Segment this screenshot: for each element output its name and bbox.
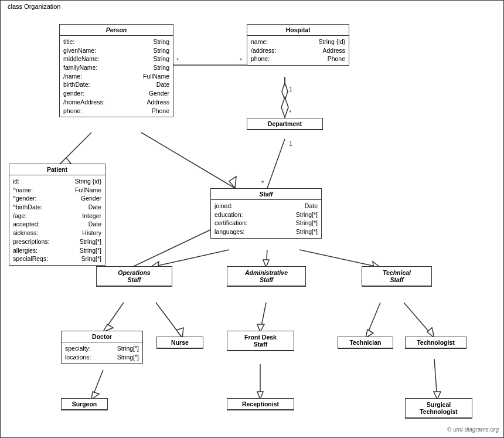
svg-text:*: *: [261, 179, 264, 186]
class-person: Person title:String givenName:String mid…: [59, 24, 173, 117]
class-person-attrs: title:String givenName:String middleName…: [60, 36, 173, 117]
class-surgical-technologist-name: SurgicalTechnologist: [406, 399, 472, 418]
class-surgeon-name: Surgeon: [62, 399, 107, 410]
class-doctor-name: Doctor: [62, 331, 142, 342]
svg-text:1: 1: [289, 140, 292, 147]
svg-text:*: *: [240, 57, 243, 64]
class-hospital: Hospital name:String {id} /address:Addre…: [247, 24, 349, 66]
class-receptionist: Receptionist: [227, 398, 294, 410]
class-operations-staff-name: OperationsStaff: [97, 267, 172, 286]
diagram-title: class Organization: [5, 3, 63, 10]
class-technologist: Technologist: [405, 337, 466, 349]
class-technical-staff-name: TechnicalStaff: [362, 267, 431, 286]
watermark: © uml-diagrams.org: [447, 426, 499, 433]
class-receptionist-name: Receptionist: [227, 399, 294, 410]
class-operations-staff: OperationsStaff: [96, 266, 172, 287]
svg-line-37: [434, 359, 437, 399]
svg-text:*: *: [289, 109, 292, 116]
svg-line-21: [299, 250, 380, 267]
class-administrative-staff-name: AdministrativeStaff: [227, 267, 305, 286]
class-front-desk-staff-name: Front DeskStaff: [227, 331, 294, 351]
class-technician-name: Technician: [338, 337, 393, 348]
class-doctor: Doctor specialty:String[*] locations:Str…: [61, 331, 143, 364]
svg-text:1: 1: [289, 86, 292, 93]
class-patient-name: Patient: [9, 164, 105, 175]
class-person-name: Person: [60, 25, 173, 36]
class-staff-name: Staff: [211, 189, 321, 200]
svg-line-29: [366, 303, 380, 338]
svg-marker-39: [281, 97, 288, 117]
class-department: Department: [247, 118, 323, 130]
class-department-name: Department: [247, 118, 322, 130]
class-technologist-name: Technologist: [406, 337, 466, 348]
class-hospital-name: Hospital: [247, 25, 349, 36]
svg-line-8: [267, 139, 285, 188]
svg-line-25: [156, 303, 182, 338]
class-front-desk-staff: Front DeskStaff: [227, 331, 294, 351]
svg-marker-4: [282, 83, 288, 100]
class-staff-attrs: joined:Date education:String[*] certific…: [211, 200, 321, 238]
svg-line-31: [404, 303, 434, 338]
svg-line-23: [103, 303, 124, 332]
class-nurse: Nurse: [156, 337, 203, 349]
class-doctor-attrs: specialty:String[*] locations:String[*]: [62, 342, 142, 363]
svg-text:*: *: [176, 57, 179, 64]
class-staff: Staff joined:Date education:String[*] ce…: [210, 188, 322, 239]
diagram-container: class Organization * * 1 * 1 * *: [0, 0, 504, 438]
class-technician: Technician: [338, 337, 393, 349]
class-hospital-attrs: name:String {id} /address:Address phone:…: [247, 36, 349, 65]
class-nurse-name: Nurse: [157, 337, 203, 348]
class-surgeon: Surgeon: [61, 398, 108, 410]
class-patient: Patient id:String {id} ^name:FullName ^g…: [9, 164, 105, 266]
svg-line-17: [150, 250, 229, 267]
class-patient-attrs: id:String {id} ^name:FullName ^gender:Ge…: [9, 175, 105, 265]
svg-line-27: [260, 303, 266, 332]
svg-line-13: [141, 133, 235, 188]
svg-marker-14: [229, 176, 236, 188]
class-surgical-technologist: SurgicalTechnologist: [405, 398, 472, 419]
class-technical-staff: TechnicalStaff: [362, 266, 432, 287]
svg-line-11: [59, 133, 91, 165]
svg-line-33: [91, 370, 103, 399]
class-administrative-staff: AdministrativeStaff: [227, 266, 306, 287]
svg-line-19: [266, 250, 267, 267]
